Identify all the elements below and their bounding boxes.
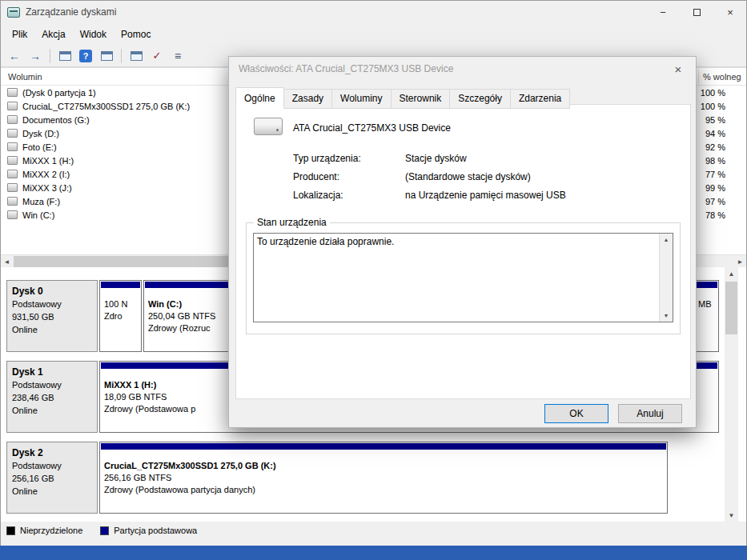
action-pane-button[interactable] (127, 47, 146, 65)
tab-zasady[interactable]: Zasady (283, 89, 332, 109)
vertical-scrollbar[interactable]: ▲ ▼ (725, 267, 738, 522)
volume-name: MiXXX 1 (H:) (22, 156, 74, 166)
close-button[interactable]: × (713, 0, 747, 24)
menu-widok[interactable]: Widok (73, 26, 114, 43)
volume-icon (7, 170, 18, 178)
export-list-button[interactable] (97, 47, 116, 65)
partition-recovery[interactable]: MB (693, 280, 719, 352)
dialog-tabs: Ogólne Zasady Woluminy Sterownik Szczegó… (235, 87, 569, 107)
partition-crucial-k[interactable]: CruciaL_CT275Mx300SSD1 275,0 GB (K:) 256… (99, 442, 668, 514)
legend-primary-partition: Partycja podstawowa (100, 526, 197, 535)
forward-button[interactable]: → (26, 47, 45, 65)
dialog-close-icon: × (675, 62, 682, 76)
check-disk-button[interactable]: ✓ (147, 47, 167, 65)
field-label-device-type: Typ urządzenia: (293, 153, 361, 164)
disk-1-header[interactable]: Dysk 1 Podstawowy 238,46 GB Online (6, 361, 98, 433)
toolbar-separator (50, 49, 50, 63)
scroll-down-icon: ▼ (729, 512, 735, 519)
tab-szczegoly[interactable]: Szczegóły (449, 89, 511, 109)
disk-drive-icon (254, 118, 283, 135)
scroll-up-button[interactable]: ▲ (725, 267, 738, 280)
tab-sterownik[interactable]: Sterownik (391, 89, 451, 109)
partition-color-bar (101, 282, 140, 288)
partition-system-reserved[interactable]: 100 N Zdro (99, 280, 142, 352)
help-button[interactable]: ? (76, 47, 95, 65)
tab-woluminy[interactable]: Woluminy (331, 89, 391, 109)
partition-color-bar (695, 282, 717, 288)
partition-status: Zdrowy (Podstawowa partycja danych) (100, 484, 667, 496)
volume-icon (7, 210, 18, 219)
partition-size: MB (694, 298, 718, 310)
menu-plik[interactable]: Plik (5, 26, 34, 43)
status-scroll-up-button[interactable]: ▲ (660, 234, 673, 246)
console-tree-button[interactable] (55, 47, 74, 65)
vertical-scrollbar-thumb[interactable] (725, 282, 737, 334)
disk-2-header[interactable]: Dysk 2 Podstawowy 256,16 GB Online (6, 442, 98, 514)
partition-label: CruciaL_CT275Mx300SSD1 275,0 GB (K:) (100, 460, 667, 472)
dialog-titlebar[interactable]: Właściwości: ATA Crucial_CT275MX3 USB De… (229, 57, 696, 81)
volume-name: Win (C:) (22, 210, 54, 220)
status-scroll-up-icon: ▲ (664, 237, 669, 242)
volume-icon (7, 102, 18, 110)
disk-type: Podstawowy (12, 298, 92, 310)
disk-name: Dysk 1 (12, 366, 92, 378)
taskbar[interactable] (0, 546, 747, 560)
volume-name: MiXXX 3 (J:) (22, 183, 72, 193)
view-options-button[interactable]: ≡ (168, 47, 187, 65)
scroll-left-button[interactable]: ◄ (0, 255, 14, 268)
menu-pomoc[interactable]: Pomoc (114, 26, 158, 43)
toolbar-separator (121, 49, 122, 63)
dialog-title: Właściwości: ATA Crucial_CT275MX3 USB De… (239, 63, 453, 74)
back-button[interactable]: ← (5, 47, 24, 65)
volume-name: Documentos (G:) (22, 115, 90, 125)
disk-name: Dysk 2 (12, 446, 92, 459)
back-icon: ← (9, 50, 20, 62)
minimize-button[interactable]: − (646, 0, 680, 24)
check-icon: ✓ (153, 50, 162, 62)
menu-akcja[interactable]: Akcja (34, 26, 72, 43)
legend: Nieprzydzielone Partycja podstawowa (6, 523, 197, 538)
tab-ogolne[interactable]: Ogólne (235, 87, 284, 107)
tab-zdarzenia[interactable]: Zdarzenia (510, 89, 570, 109)
scroll-right-icon: ► (737, 258, 744, 266)
disk-0-header[interactable]: Dysk 0 Podstawowy 931,50 GB Online (6, 280, 98, 352)
column-separator[interactable] (698, 70, 699, 83)
help-icon: ? (79, 50, 92, 62)
cancel-button[interactable]: Anuluj (618, 404, 682, 423)
window-title: Zarządzanie dyskami (26, 6, 116, 18)
volume-icon (7, 142, 18, 151)
close-icon: × (727, 6, 733, 18)
scroll-left-icon: ◄ (4, 258, 10, 266)
dialog-close-button[interactable]: × (661, 57, 696, 81)
scroll-down-button[interactable]: ▼ (725, 509, 738, 522)
status-scroll-down-button[interactable]: ▼ (660, 310, 673, 322)
action-pane-icon (131, 51, 143, 61)
device-status-group-label: Stan urządzenia (254, 217, 330, 228)
status-scroll-down-icon: ▼ (664, 313, 669, 318)
window-titlebar[interactable]: Zarządzanie dyskami − × (0, 0, 747, 24)
app-icon (7, 7, 20, 18)
disk-status: Online (12, 404, 92, 417)
partition-color-bar (101, 443, 666, 450)
disk-type: Podstawowy (12, 378, 92, 391)
maximize-button[interactable] (680, 0, 713, 24)
properties-dialog: Właściwości: ATA Crucial_CT275MX3 USB De… (228, 56, 697, 428)
volume-icon (7, 115, 18, 124)
field-label-location: Lokalizacja: (293, 190, 343, 201)
column-header-free-percent[interactable]: % wolneg (703, 72, 741, 82)
device-status-textbox[interactable]: To urządzenie działa poprawnie. ▲ ▼ (253, 233, 673, 322)
disk-status: Online (12, 485, 92, 498)
disk-size: 238,46 GB (12, 391, 92, 404)
column-header-volume[interactable]: Wolumin (8, 72, 42, 82)
volume-name: MiXXX 2 (I:) (22, 170, 70, 179)
disk-row-2: Dysk 2 Podstawowy 256,16 GB Online Cruci… (0, 442, 747, 514)
partition-size: 100 N (100, 298, 141, 310)
volume-name: Foto (E:) (22, 142, 57, 152)
scroll-right-button[interactable]: ► (733, 255, 747, 268)
status-scrollbar[interactable]: ▲ ▼ (659, 234, 673, 322)
console-tree-icon (59, 51, 71, 61)
volume-icon (7, 156, 18, 165)
field-value-location: na Urządzenie pamięci masowej USB (405, 190, 566, 201)
ok-button[interactable]: OK (544, 404, 608, 423)
legend-unallocated-label: Nieprzydzielone (20, 526, 82, 535)
